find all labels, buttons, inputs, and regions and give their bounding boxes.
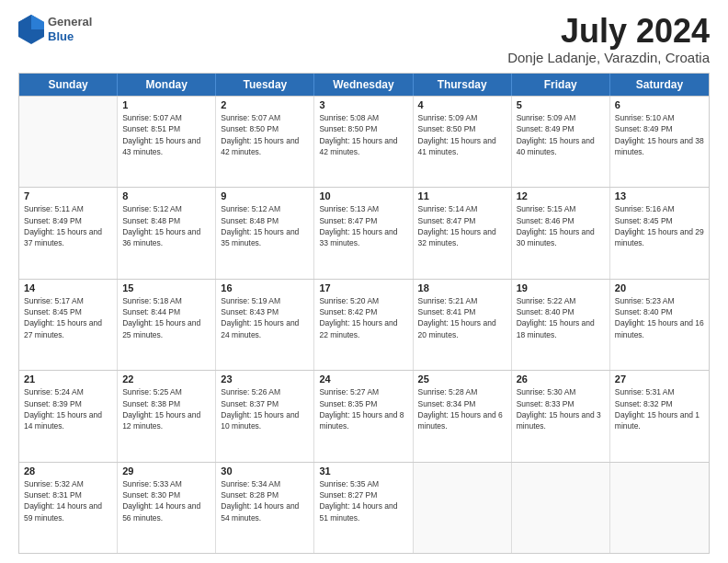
cal-cell-0-5: 5Sunrise: 5:09 AM Sunset: 8:49 PM Daylig… — [512, 97, 610, 187]
day-info: Sunrise: 5:24 AM Sunset: 8:39 PM Dayligh… — [24, 386, 112, 431]
day-number: 29 — [122, 465, 210, 477]
day-info: Sunrise: 5:21 AM Sunset: 8:41 PM Dayligh… — [418, 295, 506, 340]
cal-cell-1-0: 7Sunrise: 5:11 AM Sunset: 8:49 PM Daylig… — [19, 188, 118, 278]
cal-cell-4-6 — [610, 463, 709, 553]
cal-cell-1-4: 11Sunrise: 5:14 AM Sunset: 8:47 PM Dayli… — [414, 188, 512, 278]
day-number: 18 — [418, 282, 506, 293]
day-info: Sunrise: 5:13 AM Sunset: 8:47 PM Dayligh… — [319, 203, 407, 248]
cal-cell-0-2: 2Sunrise: 5:07 AM Sunset: 8:50 PM Daylig… — [216, 97, 314, 187]
day-number: 28 — [24, 465, 112, 477]
day-number: 5 — [517, 99, 605, 110]
cal-cell-0-3: 3Sunrise: 5:08 AM Sunset: 8:50 PM Daylig… — [314, 97, 413, 187]
cal-cell-4-3: 31Sunrise: 5:35 AM Sunset: 8:27 PM Dayli… — [314, 463, 413, 553]
day-info: Sunrise: 5:26 AM Sunset: 8:37 PM Dayligh… — [221, 386, 309, 431]
cal-row-4: 28Sunrise: 5:32 AM Sunset: 8:31 PM Dayli… — [19, 462, 709, 553]
cal-cell-4-5 — [512, 463, 610, 553]
day-number: 6 — [615, 99, 704, 110]
cal-cell-3-0: 21Sunrise: 5:24 AM Sunset: 8:39 PM Dayli… — [19, 371, 118, 461]
day-info: Sunrise: 5:32 AM Sunset: 8:31 PM Dayligh… — [24, 478, 112, 523]
title-block: July 2024 Donje Ladanje, Varazdin, Croat… — [507, 15, 710, 65]
cal-cell-0-4: 4Sunrise: 5:09 AM Sunset: 8:50 PM Daylig… — [414, 97, 512, 187]
location-label: Donje Ladanje, Varazdin, Croatia — [507, 50, 710, 65]
day-info: Sunrise: 5:18 AM Sunset: 8:44 PM Dayligh… — [122, 295, 210, 340]
cal-cell-0-1: 1Sunrise: 5:07 AM Sunset: 8:51 PM Daylig… — [118, 97, 216, 187]
day-number: 17 — [319, 282, 407, 293]
day-info: Sunrise: 5:17 AM Sunset: 8:45 PM Dayligh… — [24, 295, 112, 340]
cal-row-3: 21Sunrise: 5:24 AM Sunset: 8:39 PM Dayli… — [19, 370, 709, 461]
cal-cell-1-2: 9Sunrise: 5:12 AM Sunset: 8:48 PM Daylig… — [216, 188, 314, 278]
day-number: 7 — [24, 190, 112, 201]
day-info: Sunrise: 5:33 AM Sunset: 8:30 PM Dayligh… — [122, 478, 210, 523]
svg-marker-1 — [31, 15, 44, 29]
day-info: Sunrise: 5:14 AM Sunset: 8:47 PM Dayligh… — [418, 203, 506, 248]
calendar-body: 1Sunrise: 5:07 AM Sunset: 8:51 PM Daylig… — [19, 96, 709, 553]
day-info: Sunrise: 5:10 AM Sunset: 8:49 PM Dayligh… — [615, 112, 704, 157]
day-info: Sunrise: 5:30 AM Sunset: 8:33 PM Dayligh… — [517, 386, 605, 431]
day-info: Sunrise: 5:09 AM Sunset: 8:49 PM Dayligh… — [517, 112, 605, 157]
day-number: 15 — [122, 282, 210, 293]
calendar: SundayMondayTuesdayWednesdayThursdayFrid… — [18, 73, 710, 554]
day-number: 27 — [615, 373, 704, 385]
day-number: 9 — [221, 190, 309, 201]
cal-cell-3-2: 23Sunrise: 5:26 AM Sunset: 8:37 PM Dayli… — [216, 371, 314, 461]
day-number: 31 — [319, 465, 407, 477]
cal-header-saturday: Saturday — [610, 74, 709, 96]
day-info: Sunrise: 5:19 AM Sunset: 8:43 PM Dayligh… — [221, 295, 309, 340]
cal-cell-1-3: 10Sunrise: 5:13 AM Sunset: 8:47 PM Dayli… — [314, 188, 413, 278]
cal-cell-1-1: 8Sunrise: 5:12 AM Sunset: 8:48 PM Daylig… — [118, 188, 216, 278]
day-info: Sunrise: 5:12 AM Sunset: 8:48 PM Dayligh… — [122, 203, 210, 248]
cal-cell-3-6: 27Sunrise: 5:31 AM Sunset: 8:32 PM Dayli… — [610, 371, 709, 461]
cal-cell-4-0: 28Sunrise: 5:32 AM Sunset: 8:31 PM Dayli… — [19, 463, 118, 553]
day-info: Sunrise: 5:20 AM Sunset: 8:42 PM Dayligh… — [319, 295, 407, 340]
day-number: 10 — [319, 190, 407, 201]
cal-row-1: 7Sunrise: 5:11 AM Sunset: 8:49 PM Daylig… — [19, 187, 709, 278]
cal-cell-4-4 — [414, 463, 512, 553]
day-info: Sunrise: 5:16 AM Sunset: 8:45 PM Dayligh… — [615, 203, 704, 248]
day-info: Sunrise: 5:23 AM Sunset: 8:40 PM Dayligh… — [615, 295, 704, 340]
cal-cell-2-4: 18Sunrise: 5:21 AM Sunset: 8:41 PM Dayli… — [414, 280, 512, 370]
day-number: 8 — [122, 190, 210, 201]
day-number: 1 — [122, 99, 210, 110]
logo-general: General — [48, 15, 92, 29]
cal-cell-1-6: 13Sunrise: 5:16 AM Sunset: 8:45 PM Dayli… — [610, 188, 709, 278]
day-info: Sunrise: 5:28 AM Sunset: 8:34 PM Dayligh… — [418, 386, 506, 431]
day-number: 11 — [418, 190, 506, 201]
cal-row-0: 1Sunrise: 5:07 AM Sunset: 8:51 PM Daylig… — [19, 96, 709, 187]
day-number: 30 — [221, 465, 309, 477]
cal-cell-2-5: 19Sunrise: 5:22 AM Sunset: 8:40 PM Dayli… — [512, 280, 610, 370]
day-info: Sunrise: 5:25 AM Sunset: 8:38 PM Dayligh… — [122, 386, 210, 431]
cal-row-2: 14Sunrise: 5:17 AM Sunset: 8:45 PM Dayli… — [19, 279, 709, 370]
day-info: Sunrise: 5:34 AM Sunset: 8:28 PM Dayligh… — [221, 478, 309, 523]
header: General Blue July 2024 Donje Ladanje, Va… — [18, 15, 710, 65]
logo-icon — [18, 15, 44, 44]
day-info: Sunrise: 5:09 AM Sunset: 8:50 PM Dayligh… — [418, 112, 506, 157]
logo-text: General Blue — [48, 15, 92, 43]
day-number: 25 — [418, 373, 506, 385]
logo: General Blue — [18, 15, 92, 44]
day-info: Sunrise: 5:27 AM Sunset: 8:35 PM Dayligh… — [319, 386, 407, 431]
month-year-title: July 2024 — [507, 15, 710, 48]
cal-header-sunday: Sunday — [19, 74, 118, 96]
day-number: 14 — [24, 282, 112, 293]
day-info: Sunrise: 5:07 AM Sunset: 8:50 PM Dayligh… — [221, 112, 309, 157]
cal-header-monday: Monday — [118, 74, 216, 96]
cal-cell-2-2: 16Sunrise: 5:19 AM Sunset: 8:43 PM Dayli… — [216, 280, 314, 370]
cal-header-friday: Friday — [512, 74, 610, 96]
day-number: 2 — [221, 99, 309, 110]
cal-cell-3-3: 24Sunrise: 5:27 AM Sunset: 8:35 PM Dayli… — [314, 371, 413, 461]
cal-cell-2-0: 14Sunrise: 5:17 AM Sunset: 8:45 PM Dayli… — [19, 280, 118, 370]
day-info: Sunrise: 5:08 AM Sunset: 8:50 PM Dayligh… — [319, 112, 407, 157]
cal-header-wednesday: Wednesday — [314, 74, 413, 96]
day-number: 16 — [221, 282, 309, 293]
day-number: 22 — [122, 373, 210, 385]
cal-cell-0-6: 6Sunrise: 5:10 AM Sunset: 8:49 PM Daylig… — [610, 97, 709, 187]
cal-cell-4-2: 30Sunrise: 5:34 AM Sunset: 8:28 PM Dayli… — [216, 463, 314, 553]
day-number: 26 — [517, 373, 605, 385]
day-info: Sunrise: 5:15 AM Sunset: 8:46 PM Dayligh… — [517, 203, 605, 248]
day-info: Sunrise: 5:12 AM Sunset: 8:48 PM Dayligh… — [221, 203, 309, 248]
page: General Blue July 2024 Donje Ladanje, Va… — [0, 0, 728, 563]
svg-marker-2 — [18, 15, 31, 29]
day-number: 3 — [319, 99, 407, 110]
day-info: Sunrise: 5:22 AM Sunset: 8:40 PM Dayligh… — [517, 295, 605, 340]
logo-blue: Blue — [48, 29, 92, 44]
